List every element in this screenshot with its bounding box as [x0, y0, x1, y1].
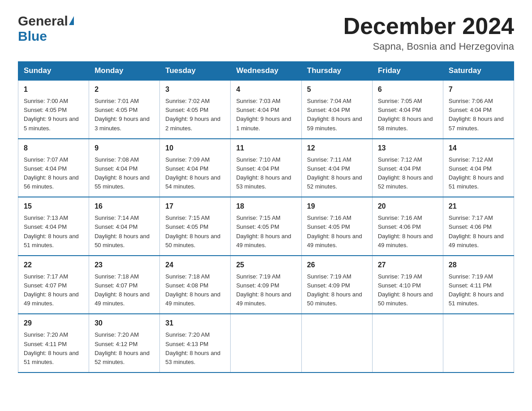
table-row: 27 Sunrise: 7:19 AMSunset: 4:10 PMDaylig…	[372, 256, 443, 314]
day-info: Sunrise: 7:19 AMSunset: 4:09 PMDaylight:…	[236, 273, 291, 307]
col-wednesday: Wednesday	[231, 62, 301, 81]
calendar-header-row: Sunday Monday Tuesday Wednesday Thursday…	[18, 62, 514, 81]
day-info: Sunrise: 7:14 AMSunset: 4:04 PMDaylight:…	[94, 214, 150, 248]
table-row: 4 Sunrise: 7:03 AMSunset: 4:04 PMDayligh…	[231, 80, 301, 139]
table-row: 7 Sunrise: 7:06 AMSunset: 4:04 PMDayligh…	[443, 80, 514, 139]
calendar-week-row: 22 Sunrise: 7:17 AMSunset: 4:07 PMDaylig…	[18, 256, 514, 314]
col-thursday: Thursday	[301, 62, 372, 81]
day-info: Sunrise: 7:05 AMSunset: 4:04 PMDaylight:…	[378, 98, 433, 131]
table-row: 29 Sunrise: 7:20 AMSunset: 4:11 PMDaylig…	[18, 314, 89, 372]
day-number: 8	[24, 143, 83, 154]
table-row: 6 Sunrise: 7:05 AMSunset: 4:04 PMDayligh…	[372, 80, 443, 139]
table-row: 26 Sunrise: 7:19 AMSunset: 4:09 PMDaylig…	[301, 256, 372, 314]
day-number: 5	[307, 84, 367, 95]
table-row	[231, 314, 301, 372]
day-number: 19	[307, 201, 367, 212]
day-info: Sunrise: 7:15 AMSunset: 4:05 PMDaylight:…	[236, 214, 291, 248]
col-monday: Monday	[89, 62, 160, 81]
table-row: 19 Sunrise: 7:16 AMSunset: 4:05 PMDaylig…	[301, 197, 372, 256]
table-row	[372, 314, 443, 372]
day-info: Sunrise: 7:19 AMSunset: 4:10 PMDaylight:…	[378, 273, 433, 307]
table-row	[301, 314, 372, 372]
day-info: Sunrise: 7:12 AMSunset: 4:04 PMDaylight:…	[449, 156, 504, 190]
table-row: 25 Sunrise: 7:19 AMSunset: 4:09 PMDaylig…	[231, 256, 301, 314]
day-info: Sunrise: 7:20 AMSunset: 4:12 PMDaylight:…	[94, 331, 150, 365]
day-info: Sunrise: 7:15 AMSunset: 4:05 PMDaylight:…	[165, 214, 220, 248]
day-info: Sunrise: 7:06 AMSunset: 4:04 PMDaylight:…	[449, 98, 504, 131]
day-number: 14	[449, 143, 508, 154]
day-info: Sunrise: 7:10 AMSunset: 4:04 PMDaylight:…	[236, 156, 291, 190]
day-info: Sunrise: 7:07 AMSunset: 4:04 PMDaylight:…	[24, 156, 79, 190]
table-row: 18 Sunrise: 7:15 AMSunset: 4:05 PMDaylig…	[231, 197, 301, 256]
day-number: 10	[165, 143, 225, 154]
day-number: 9	[94, 143, 154, 154]
day-info: Sunrise: 7:20 AMSunset: 4:11 PMDaylight:…	[24, 331, 79, 365]
table-row: 14 Sunrise: 7:12 AMSunset: 4:04 PMDaylig…	[443, 139, 514, 197]
day-info: Sunrise: 7:18 AMSunset: 4:07 PMDaylight:…	[94, 273, 150, 307]
page-header: General Blue December 2024 Sapna, Bosnia…	[18, 13, 514, 52]
logo: General Blue	[18, 13, 74, 44]
day-number: 11	[236, 143, 296, 154]
day-number: 17	[165, 201, 225, 212]
day-info: Sunrise: 7:00 AMSunset: 4:05 PMDaylight:…	[24, 98, 79, 131]
table-row: 8 Sunrise: 7:07 AMSunset: 4:04 PMDayligh…	[18, 139, 89, 197]
day-number: 20	[378, 201, 438, 212]
day-info: Sunrise: 7:16 AMSunset: 4:05 PMDaylight:…	[307, 214, 362, 248]
day-info: Sunrise: 7:03 AMSunset: 4:04 PMDaylight:…	[236, 98, 291, 131]
day-info: Sunrise: 7:04 AMSunset: 4:04 PMDaylight:…	[307, 98, 362, 131]
day-number: 23	[94, 260, 154, 270]
day-number: 22	[24, 260, 83, 270]
title-block: December 2024 Sapna, Bosnia and Herzegov…	[343, 13, 514, 52]
col-saturday: Saturday	[443, 62, 514, 81]
day-info: Sunrise: 7:18 AMSunset: 4:08 PMDaylight:…	[165, 273, 220, 307]
day-number: 13	[378, 143, 438, 154]
logo-arrow-icon	[69, 16, 74, 25]
table-row: 3 Sunrise: 7:02 AMSunset: 4:05 PMDayligh…	[160, 80, 231, 139]
table-row: 15 Sunrise: 7:13 AMSunset: 4:04 PMDaylig…	[18, 197, 89, 256]
day-number: 24	[165, 260, 225, 270]
day-number: 3	[165, 84, 225, 95]
table-row: 30 Sunrise: 7:20 AMSunset: 4:12 PMDaylig…	[89, 314, 160, 372]
day-number: 26	[307, 260, 367, 270]
logo-blue-text: Blue	[18, 29, 47, 43]
table-row: 5 Sunrise: 7:04 AMSunset: 4:04 PMDayligh…	[301, 80, 372, 139]
day-info: Sunrise: 7:13 AMSunset: 4:04 PMDaylight:…	[24, 214, 79, 248]
day-number: 28	[449, 260, 508, 270]
day-info: Sunrise: 7:20 AMSunset: 4:13 PMDaylight:…	[165, 331, 220, 365]
day-info: Sunrise: 7:19 AMSunset: 4:11 PMDaylight:…	[449, 273, 504, 307]
table-row: 2 Sunrise: 7:01 AMSunset: 4:05 PMDayligh…	[89, 80, 160, 139]
day-info: Sunrise: 7:02 AMSunset: 4:05 PMDaylight:…	[165, 98, 220, 131]
table-row: 20 Sunrise: 7:16 AMSunset: 4:06 PMDaylig…	[372, 197, 443, 256]
day-info: Sunrise: 7:12 AMSunset: 4:04 PMDaylight:…	[378, 156, 433, 190]
day-number: 2	[94, 84, 154, 95]
day-number: 21	[449, 201, 508, 212]
table-row: 23 Sunrise: 7:18 AMSunset: 4:07 PMDaylig…	[89, 256, 160, 314]
table-row: 13 Sunrise: 7:12 AMSunset: 4:04 PMDaylig…	[372, 139, 443, 197]
day-number: 29	[24, 318, 83, 329]
table-row: 31 Sunrise: 7:20 AMSunset: 4:13 PMDaylig…	[160, 314, 231, 372]
day-number: 25	[236, 260, 296, 270]
day-number: 7	[449, 84, 508, 95]
table-row: 24 Sunrise: 7:18 AMSunset: 4:08 PMDaylig…	[160, 256, 231, 314]
table-row: 22 Sunrise: 7:17 AMSunset: 4:07 PMDaylig…	[18, 256, 89, 314]
day-info: Sunrise: 7:17 AMSunset: 4:06 PMDaylight:…	[449, 214, 504, 248]
day-number: 12	[307, 143, 367, 154]
col-sunday: Sunday	[18, 62, 89, 81]
table-row	[443, 314, 514, 372]
day-info: Sunrise: 7:09 AMSunset: 4:04 PMDaylight:…	[165, 156, 220, 190]
col-friday: Friday	[372, 62, 443, 81]
day-info: Sunrise: 7:16 AMSunset: 4:06 PMDaylight:…	[378, 214, 433, 248]
table-row: 21 Sunrise: 7:17 AMSunset: 4:06 PMDaylig…	[443, 197, 514, 256]
day-number: 31	[165, 318, 225, 329]
calendar-week-row: 15 Sunrise: 7:13 AMSunset: 4:04 PMDaylig…	[18, 197, 514, 256]
logo-general-text: General	[18, 13, 68, 29]
table-row: 12 Sunrise: 7:11 AMSunset: 4:04 PMDaylig…	[301, 139, 372, 197]
calendar-week-row: 8 Sunrise: 7:07 AMSunset: 4:04 PMDayligh…	[18, 139, 514, 197]
day-number: 18	[236, 201, 296, 212]
day-number: 27	[378, 260, 438, 270]
col-tuesday: Tuesday	[160, 62, 231, 81]
day-number: 16	[94, 201, 154, 212]
table-row: 11 Sunrise: 7:10 AMSunset: 4:04 PMDaylig…	[231, 139, 301, 197]
calendar-table: Sunday Monday Tuesday Wednesday Thursday…	[18, 61, 514, 373]
day-info: Sunrise: 7:19 AMSunset: 4:09 PMDaylight:…	[307, 273, 362, 307]
